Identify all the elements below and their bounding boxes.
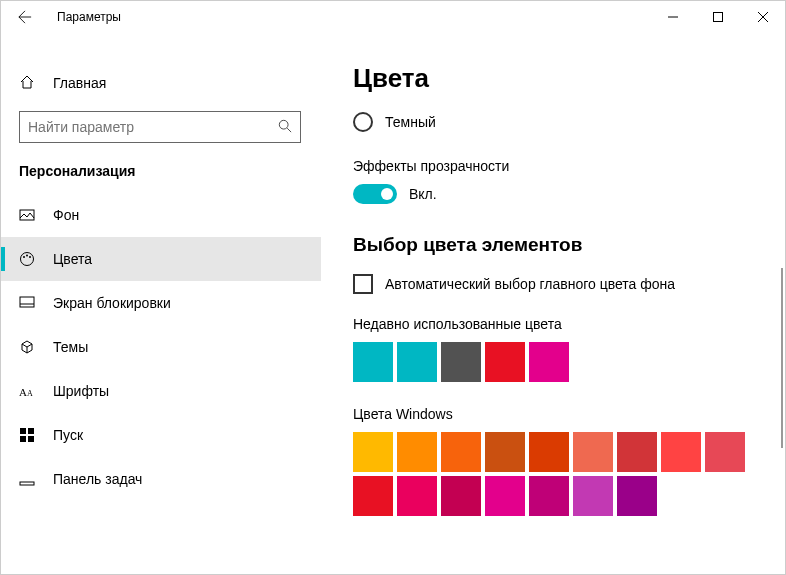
transparency-label: Эффекты прозрачности (353, 158, 745, 174)
sidebar-item-fonts[interactable]: AA Шрифты (1, 369, 321, 413)
color-swatch[interactable] (705, 432, 745, 472)
sidebar-item-label: Фон (53, 207, 79, 223)
color-swatch[interactable] (441, 432, 481, 472)
svg-point-5 (26, 255, 28, 257)
arrow-left-icon (18, 10, 32, 24)
windows-colors-label: Цвета Windows (353, 406, 745, 422)
radio-icon (353, 112, 373, 132)
color-swatch[interactable] (353, 342, 393, 382)
svg-point-4 (23, 256, 25, 258)
sidebar-item-colors[interactable]: Цвета (1, 237, 321, 281)
theme-icon (19, 339, 35, 355)
maximize-button[interactable] (695, 1, 740, 33)
color-swatch[interactable] (397, 342, 437, 382)
radio-label: Темный (385, 114, 436, 130)
color-swatch[interactable] (529, 342, 569, 382)
svg-rect-7 (20, 297, 34, 307)
color-swatch[interactable] (353, 432, 393, 472)
color-swatch[interactable] (353, 476, 393, 516)
close-button[interactable] (740, 1, 785, 33)
search-field[interactable] (28, 119, 278, 135)
search-icon (278, 119, 292, 136)
search-input[interactable] (19, 111, 301, 143)
svg-point-3 (21, 253, 34, 266)
color-swatch[interactable] (485, 476, 525, 516)
color-swatch[interactable] (485, 342, 525, 382)
start-icon (19, 427, 35, 443)
color-swatch[interactable] (441, 342, 481, 382)
color-swatch[interactable] (661, 432, 701, 472)
sidebar-item-start[interactable]: Пуск (1, 413, 321, 457)
accent-heading: Выбор цвета элементов (353, 234, 745, 256)
window-title: Параметры (57, 10, 121, 24)
page-title: Цвета (353, 63, 745, 94)
color-swatch[interactable] (617, 432, 657, 472)
lockscreen-icon (19, 295, 35, 311)
svg-rect-13 (28, 436, 34, 442)
svg-rect-14 (20, 482, 34, 485)
home-icon (19, 74, 35, 93)
toggle-state: Вкл. (409, 186, 437, 202)
color-swatch[interactable] (529, 476, 569, 516)
recent-colors-label: Недавно использованные цвета (353, 316, 745, 332)
sidebar-item-label: Панель задач (53, 471, 142, 487)
svg-rect-11 (28, 428, 34, 434)
color-swatch[interactable] (573, 476, 613, 516)
svg-rect-0 (713, 13, 722, 22)
sidebar-item-label: Шрифты (53, 383, 109, 399)
maximize-icon (713, 12, 723, 22)
close-icon (758, 12, 768, 22)
minimize-icon (668, 12, 678, 22)
svg-point-1 (279, 120, 288, 129)
svg-point-6 (29, 256, 31, 258)
color-swatch[interactable] (529, 432, 569, 472)
palette-icon (19, 251, 35, 267)
taskbar-icon (19, 471, 35, 487)
color-swatch[interactable] (573, 432, 613, 472)
svg-text:A: A (19, 386, 27, 398)
svg-text:A: A (27, 389, 33, 398)
radio-dark[interactable]: Темный (353, 112, 745, 132)
sidebar-item-label: Цвета (53, 251, 92, 267)
color-swatch[interactable] (441, 476, 481, 516)
color-swatch[interactable] (617, 476, 657, 516)
recent-colors-row (353, 342, 745, 382)
color-swatch[interactable] (397, 476, 437, 516)
windows-colors-grid (353, 432, 745, 516)
scrollbar-thumb[interactable] (781, 268, 783, 448)
auto-pick-checkbox[interactable]: Автоматический выбор главного цвета фона (353, 274, 745, 294)
sidebar-item-themes[interactable]: Темы (1, 325, 321, 369)
sidebar-item-taskbar[interactable]: Панель задач (1, 457, 321, 501)
transparency-toggle[interactable] (353, 184, 397, 204)
font-icon: AA (19, 383, 35, 399)
sidebar-item-label: Экран блокировки (53, 295, 171, 311)
checkbox-icon (353, 274, 373, 294)
home-label: Главная (53, 75, 106, 91)
svg-rect-12 (20, 436, 26, 442)
sidebar-item-lockscreen[interactable]: Экран блокировки (1, 281, 321, 325)
section-title: Персонализация (1, 143, 321, 193)
back-button[interactable] (9, 1, 41, 33)
sidebar: Главная Персонализация Фон Цвета Экран б… (1, 33, 321, 574)
home-link[interactable]: Главная (1, 63, 321, 103)
sidebar-item-label: Темы (53, 339, 88, 355)
sidebar-item-label: Пуск (53, 427, 83, 443)
minimize-button[interactable] (650, 1, 695, 33)
checkbox-label: Автоматический выбор главного цвета фона (385, 276, 675, 292)
main-content: Цвета Темный Эффекты прозрачности Вкл. В… (321, 33, 785, 574)
image-icon (19, 207, 35, 223)
svg-rect-10 (20, 428, 26, 434)
color-swatch[interactable] (397, 432, 437, 472)
titlebar: Параметры (1, 1, 785, 33)
sidebar-item-background[interactable]: Фон (1, 193, 321, 237)
color-swatch[interactable] (485, 432, 525, 472)
